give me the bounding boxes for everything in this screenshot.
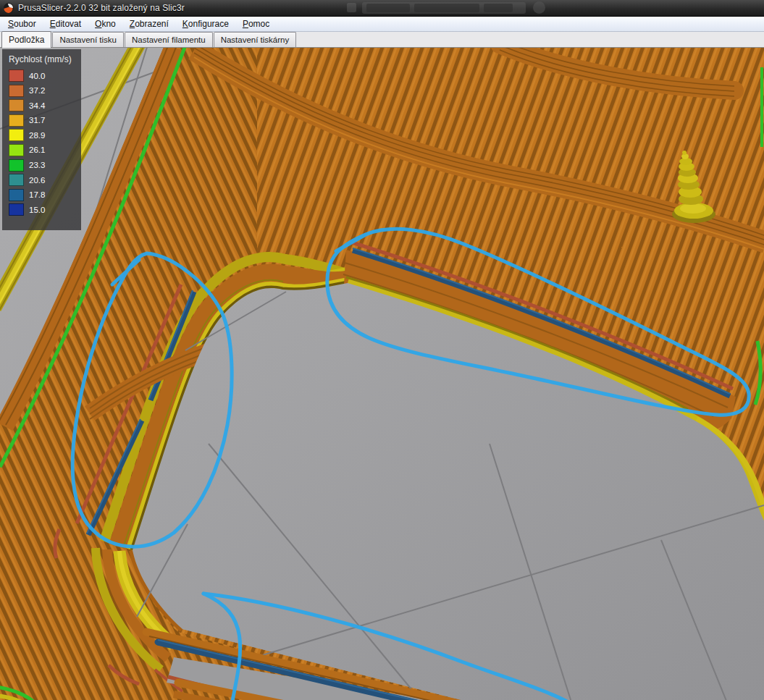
legend-swatch xyxy=(9,159,24,172)
menu-zobrazeni[interactable]: Zobrazení xyxy=(126,17,172,30)
menu-konfigurace[interactable]: Konfigurace xyxy=(179,17,232,30)
speed-legend: Rychlost (mm/s) 40.0 37.2 34.4 31.7 28.9… xyxy=(2,49,81,230)
legend-swatch xyxy=(9,203,24,216)
legend-value: 31.7 xyxy=(29,116,45,125)
title-bar[interactable]: PrusaSlicer-2.2.0 32 bit založený na Sli… xyxy=(0,0,764,17)
legend-entry: 20.6 xyxy=(9,174,81,186)
background-window-button-artifact xyxy=(533,1,545,14)
legend-entry: 37.2 xyxy=(9,85,81,97)
legend-entry: 23.3 xyxy=(9,159,81,172)
legend-value: 37.2 xyxy=(29,86,45,95)
legend-entry: 34.4 xyxy=(9,99,81,111)
legend-value: 28.9 xyxy=(29,131,45,140)
legend-swatch xyxy=(9,189,24,201)
legend-value: 15.0 xyxy=(29,206,45,214)
legend-title: Rychlost (mm/s) xyxy=(9,54,81,64)
legend-swatch xyxy=(9,174,24,186)
legend-swatch xyxy=(9,144,24,156)
menu-pomoc[interactable]: Pomoc xyxy=(239,17,273,30)
legend-swatch xyxy=(9,85,24,97)
settings-tab-bar: Podložka Nastavení tisku Nastavení filam… xyxy=(0,32,764,48)
legend-entry: 40.0 xyxy=(9,69,81,82)
tab-nastaveni-filamentu[interactable]: Nastavení filamentu xyxy=(125,32,213,47)
background-window-artifact xyxy=(347,3,356,12)
tab-nastaveni-tisku[interactable]: Nastavení tisku xyxy=(52,32,124,47)
window-title: PrusaSlicer-2.2.0 32 bit založený na Sli… xyxy=(18,3,185,13)
legend-swatch xyxy=(9,114,24,127)
legend-value: 34.4 xyxy=(29,101,45,110)
legend-value: 40.0 xyxy=(29,72,45,80)
legend-value: 23.3 xyxy=(29,161,45,169)
prusaslicer-logo-icon xyxy=(4,3,14,13)
legend-swatch xyxy=(9,129,24,141)
background-window-tabs-artifact xyxy=(362,2,526,14)
legend-entry: 15.0 xyxy=(9,203,81,216)
legend-value: 17.8 xyxy=(29,190,45,199)
legend-swatch xyxy=(9,99,24,111)
legend-entry: 31.7 xyxy=(9,114,81,127)
menu-bar: Soubor Editovat Okno Zobrazení Konfigura… xyxy=(0,17,764,32)
gcode-preview-scene xyxy=(0,48,764,700)
legend-entry: 28.9 xyxy=(9,129,81,141)
legend-value: 26.1 xyxy=(29,146,45,154)
legend-entry: 17.8 xyxy=(9,189,81,201)
legend-entry: 26.1 xyxy=(9,144,81,156)
menu-okno[interactable]: Okno xyxy=(91,17,119,30)
menu-soubor[interactable]: Soubor xyxy=(4,17,40,30)
legend-swatch xyxy=(9,69,24,82)
gcode-preview-viewport[interactable]: Rychlost (mm/s) 40.0 37.2 34.4 31.7 28.9… xyxy=(0,48,764,700)
tab-podlozka[interactable]: Podložka xyxy=(1,31,51,48)
legend-value: 20.6 xyxy=(29,176,45,185)
prusaslicer-window: PrusaSlicer-2.2.0 32 bit založený na Sli… xyxy=(0,0,764,700)
tab-nastaveni-tiskarny[interactable]: Nastavení tiskárny xyxy=(214,32,297,47)
menu-editovat[interactable]: Editovat xyxy=(46,17,85,30)
